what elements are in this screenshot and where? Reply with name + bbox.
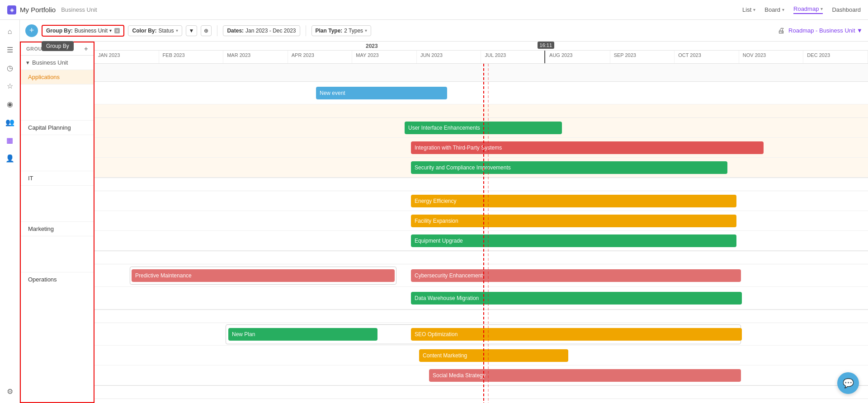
row-marketing-3: Social Media Strategy (94, 366, 868, 385)
bar-data-warehouse[interactable]: Data Warehouse Migration (411, 292, 742, 305)
sidebar-clock[interactable]: ◷ (2, 60, 18, 76)
month-row: JAN 2023 FEB 2023 MAR 2023 APR 2023 MAY … (94, 51, 868, 63)
group-item-it[interactable]: IT (21, 171, 94, 185)
bar-content[interactable]: Content Marketing (419, 349, 568, 362)
group-parent-label: Business Unit (32, 59, 68, 66)
color-by-value: Status (158, 28, 174, 34)
nav-dashboard[interactable]: Dashboard (832, 6, 861, 13)
group-parent-business-unit[interactable]: ▾ Business Unit (21, 56, 94, 70)
color-by-label: Color By: (132, 28, 156, 34)
bar-new-plan[interactable]: New Plan (228, 328, 377, 341)
roadmap-title-link[interactable]: Roadmap - Business Unit ▼ (788, 27, 863, 34)
dates-label: Dates: (227, 28, 244, 34)
month-sep: SEP 2023 (610, 51, 675, 63)
group-item-applications[interactable]: Applications (21, 70, 94, 84)
group-by-button[interactable]: Group By: Business Unit ▾ + (42, 25, 124, 37)
bar-energy[interactable]: Energy Efficiency (411, 195, 736, 207)
operations-section-header (94, 385, 868, 399)
bar-predictive[interactable]: Predictive Maintenance (132, 269, 395, 282)
today-badge: 16:11 (538, 42, 555, 49)
timeline-area[interactable]: 2023 JAN 2023 FEB 2023 MAR 2023 APR 2023… (94, 42, 868, 403)
portfolio-subtitle: Business Unit (61, 6, 97, 13)
bar-seo[interactable]: SEO Optimization (411, 328, 742, 341)
group-item-marketing[interactable]: Marketing (21, 221, 94, 236)
bar-facility[interactable]: Facility Expansion (411, 215, 736, 227)
month-oct: OCT 2023 (675, 51, 739, 63)
dates-button[interactable]: Dates: Jan 2023 - Dec 2023 (223, 25, 300, 36)
group-spacer-4 (21, 236, 94, 272)
toolbar-divider-2 (306, 25, 306, 36)
row-it-2: Data Warehouse Migration (94, 287, 868, 309)
today-dotted-line-2 (488, 64, 489, 403)
month-mar: MAR 2023 (223, 51, 288, 63)
sidebar-chart[interactable]: ▦ (2, 132, 18, 148)
toolbar: + Group By: Business Unit ▾ + Group By C… (20, 20, 868, 42)
today-line (483, 64, 484, 403)
bar-new-event[interactable]: New event (316, 87, 447, 99)
bu-header-row (94, 64, 868, 82)
year-label: 2023 (94, 42, 745, 50)
grouping-panel: GROUPING + ▾ Business Unit Applications … (20, 42, 94, 403)
color-by-button[interactable]: Color By: Status ▾ (128, 25, 182, 36)
print-icon[interactable]: 🖨 (778, 27, 785, 35)
toolbar-divider-1 (217, 25, 217, 36)
nav-left: ◈ My Portfolio Business Unit (7, 5, 97, 14)
filter-button[interactable]: ▼ (186, 25, 198, 36)
grouping-add-icon[interactable]: + (84, 45, 88, 52)
group-by-value: Business Unit (75, 28, 108, 34)
chevron-down-icon: ▾ (26, 59, 29, 66)
chat-button[interactable]: 💬 (837, 372, 859, 394)
row-marketing-2: Content Marketing (94, 346, 868, 366)
month-jan: JAN 2023 (94, 51, 159, 63)
dates-value: Jan 2023 - Dec 2023 (245, 28, 296, 34)
month-aug: AUG 2023 (546, 51, 610, 63)
sidebar-settings[interactable]: ⚙ (2, 383, 18, 399)
month-may: MAY 2023 (352, 51, 417, 63)
bar-security[interactable]: Security and Compliance Improvements (411, 161, 727, 174)
month-apr: APR 2023 (288, 51, 353, 63)
filter-icon-button[interactable]: ⊕ (201, 25, 212, 36)
sidebar-menu[interactable]: ☰ (2, 42, 18, 58)
row-marketing-1: New Plan SEO Optimization (94, 323, 868, 346)
portfolio-title: My Portfolio (20, 6, 56, 14)
plan-type-label: Plan Type: (316, 28, 343, 34)
sidebar-user[interactable]: 👤 (2, 150, 18, 166)
bar-integration[interactable]: Integration with Third-Party Systems (411, 141, 764, 154)
add-button[interactable]: + (25, 24, 38, 37)
app-logo: ◈ (7, 5, 16, 14)
sidebar-globe[interactable]: ◉ (2, 96, 18, 112)
timeline-body: New event User Interface Enhancements In… (94, 64, 868, 403)
nav-list[interactable]: List ▾ (742, 6, 755, 13)
sidebar-people[interactable]: 👥 (2, 114, 18, 130)
group-spacer-3 (21, 185, 94, 221)
row-integration: Integration with Third-Party Systems (94, 138, 868, 158)
content-area: GROUPING + ▾ Business Unit Applications … (20, 42, 868, 403)
row-new-event: New event (94, 82, 868, 104)
toolbar-right: 🖨 Roadmap - Business Unit ▼ (778, 27, 863, 35)
bar-equipment[interactable]: Equipment Upgrade (411, 234, 736, 247)
group-item-operations[interactable]: Operations (21, 272, 94, 286)
sidebar-home[interactable]: ⌂ (2, 23, 18, 40)
plan-type-value: 2 Types (344, 28, 363, 34)
month-jul: JUL 2023 16:11 (481, 51, 546, 63)
it-section-header (94, 251, 868, 264)
top-nav: ◈ My Portfolio Business Unit List ▾ Boar… (0, 0, 868, 20)
month-dec: DEC 2023 (803, 51, 868, 63)
year-row: 2023 (94, 42, 868, 51)
month-nov: NOV 2023 (739, 51, 804, 63)
sidebar-star[interactable]: ☆ (2, 78, 18, 94)
group-by-label: Group By: (46, 28, 73, 34)
marketing-section-header (94, 309, 868, 323)
group-spacer-1 (21, 84, 94, 120)
chat-icon: 💬 (843, 378, 854, 389)
bar-cybersecurity[interactable]: Cybersecurity Enhancement (411, 269, 741, 282)
group-item-capital-planning[interactable]: Capital Planning (21, 120, 94, 135)
nav-board[interactable]: Board ▾ (764, 6, 784, 13)
row-equipment: Equipment Upgrade (94, 231, 868, 251)
row-security: Security and Compliance Improvements (94, 158, 868, 178)
row-facility: Facility Expansion (94, 211, 868, 231)
nav-roadmap[interactable]: Roadmap ▾ (793, 5, 823, 14)
row-it-1: Predictive Maintenance Cybersecurity Enh… (94, 264, 868, 287)
bar-social[interactable]: Social Media Strategy (429, 369, 741, 382)
plan-type-button[interactable]: Plan Type: 2 Types ▾ (311, 25, 372, 36)
